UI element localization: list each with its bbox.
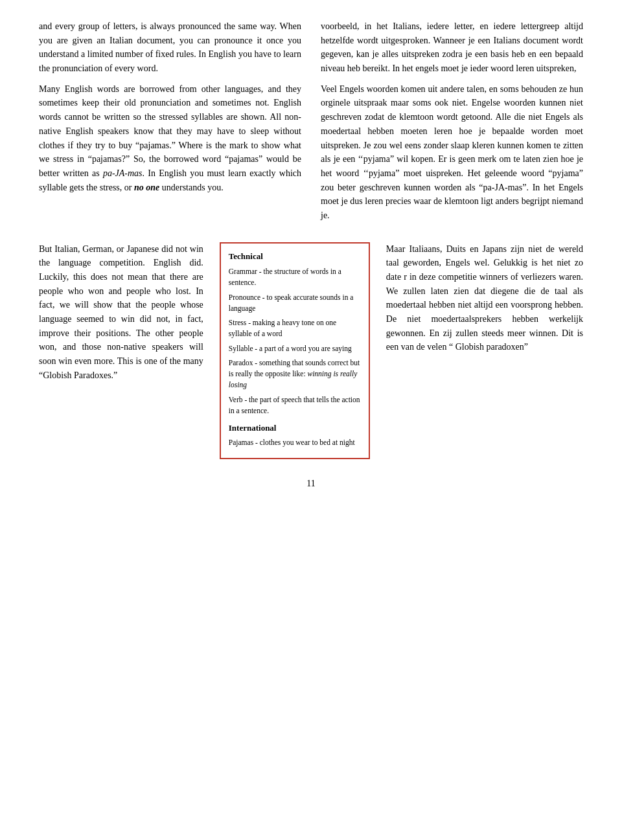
top-right-paragraph-1: voorbeeld, in het Italians, iedere lette… bbox=[321, 19, 583, 76]
bottom-middle-column: Technical Grammar - the structure of wor… bbox=[213, 242, 376, 459]
technical-item-paradox: Paradox - something that sounds correct … bbox=[229, 358, 361, 391]
technical-item-verb: Verb - the part of speech that tells the… bbox=[229, 394, 361, 417]
top-left-p2-start: Many English words are borrowed from oth… bbox=[39, 84, 301, 178]
top-section: and every group of letters, is always pr… bbox=[39, 19, 583, 229]
bottom-right-column: Maar Italiaans, Duits en Japans zijn nie… bbox=[376, 242, 583, 459]
top-left-column: and every group of letters, is always pr… bbox=[39, 19, 301, 229]
technical-item-pronounce: Pronounce - to speak accurate sounds in … bbox=[229, 292, 361, 315]
bottom-section: But Italian, German, or Japanese did not… bbox=[39, 242, 583, 459]
top-left-p2-italic: pa-JA-mas bbox=[103, 168, 143, 178]
technical-box-title: Technical bbox=[229, 250, 361, 263]
top-left-p2-final: understands you. bbox=[159, 183, 223, 192]
top-right-paragraph-2: Veel Engels woorden komen uit andere tal… bbox=[321, 82, 583, 223]
technical-item-stress: Stress - making a heavy tone on one syll… bbox=[229, 317, 361, 340]
top-left-paragraph-2: Many English words are borrowed from oth… bbox=[39, 82, 301, 195]
technical-item-pajamas: Pajamas - clothes you wear to bed at nig… bbox=[229, 437, 361, 448]
top-left-paragraph-1: and every group of letters, is always pr… bbox=[39, 19, 301, 76]
bottom-right-paragraph-1: Maar Italiaans, Duits en Japans zijn nie… bbox=[386, 242, 583, 355]
page: and every group of letters, is always pr… bbox=[0, 0, 622, 840]
technical-box: Technical Grammar - the structure of wor… bbox=[220, 242, 370, 459]
technical-item-syllable: Syllable - a part of a word you are sayi… bbox=[229, 343, 361, 354]
technical-box-international-title: International bbox=[229, 422, 361, 435]
technical-item-grammar: Grammar - the structure of words in a se… bbox=[229, 266, 361, 289]
top-left-p2-bold-italic: no one bbox=[134, 183, 159, 192]
page-number: 11 bbox=[39, 479, 583, 489]
top-right-column: voorbeeld, in het Italians, iedere lette… bbox=[321, 19, 583, 229]
bottom-left-column: But Italian, German, or Japanese did not… bbox=[39, 242, 213, 459]
bottom-left-paragraph-1: But Italian, German, or Japanese did not… bbox=[39, 242, 203, 383]
